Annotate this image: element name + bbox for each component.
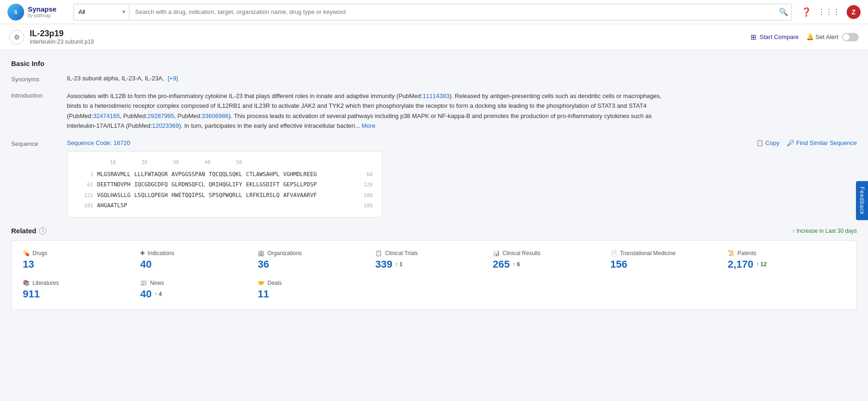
related-item-organizations[interactable]: 🏢 Organizations 36 bbox=[258, 250, 375, 270]
synonyms-more[interactable]: [+9] bbox=[168, 75, 178, 82]
related-cr-header: 📊 Clinical Results bbox=[493, 250, 610, 256]
indications-label: Indications bbox=[148, 250, 174, 256]
sequence-label: Sequence bbox=[11, 139, 67, 218]
logo-text: Synapse by pathnap bbox=[28, 6, 57, 19]
search-icon-button[interactable]: 🔍 bbox=[779, 7, 788, 16]
alert-label: Set Alert bbox=[816, 33, 838, 40]
cr-up: ↑ 6 bbox=[512, 261, 520, 268]
patents-count: 2,170 ↑ 12 bbox=[728, 258, 845, 270]
cr-count: 265 ↑ 6 bbox=[493, 258, 610, 270]
related-item-deals[interactable]: 🤝 Deals 11 bbox=[258, 280, 375, 300]
related-title-area: Related i bbox=[11, 227, 46, 235]
tm-label: Translational Medicine bbox=[620, 250, 676, 256]
compare-button[interactable]: ⊞ Start Compare bbox=[751, 33, 799, 41]
related-row-1: 💊 Drugs 13 ✚ Indications 40 🏢 Organi bbox=[23, 250, 845, 270]
sub-header-left: ⚙ IL-23p19 Interleukin-23 subunit p19 bbox=[9, 29, 94, 45]
synonyms-label: Synonyms bbox=[11, 75, 67, 83]
related-row-2: 📚 Literatures 911 📰 News 40 ↑ 4 bbox=[23, 280, 845, 300]
increase-text: Increase in Last 30 days bbox=[797, 228, 857, 234]
lit-label: Literatures bbox=[32, 280, 59, 286]
pubmed-link-5[interactable]: 12023369 bbox=[152, 122, 179, 129]
copy-icon: 📋 bbox=[756, 139, 764, 146]
related-item-clinical-results[interactable]: 📊 Clinical Results 265 ↑ 6 bbox=[493, 250, 610, 270]
search-type-wrapper: All Drugs Targets Indications Organizati… bbox=[73, 4, 129, 20]
related-deals-header: 🤝 Deals bbox=[258, 280, 375, 286]
bell-icon: 🔔 bbox=[806, 33, 814, 40]
seq-end-1: 60 bbox=[356, 170, 373, 179]
seq-data-1: MLGSRAVMLL LLLFWTAQGR AVPGGSSPAN TQCQQLS… bbox=[97, 169, 352, 179]
intro-text-6: ). In turn, participates in the early an… bbox=[179, 122, 360, 129]
news-up: ↑ 4 bbox=[155, 291, 162, 297]
more-link[interactable]: More bbox=[362, 122, 376, 129]
pubmed-link-2[interactable]: 32474165 bbox=[93, 112, 120, 119]
logo-icon: S bbox=[7, 4, 24, 20]
related-patents-header: 📜 Patents bbox=[728, 250, 845, 256]
copy-button[interactable]: 📋 Copy bbox=[756, 139, 779, 146]
info-circle[interactable]: i bbox=[39, 227, 46, 235]
lit-count: 911 bbox=[23, 288, 140, 300]
related-item-translational[interactable]: 📄 Translational Medicine 156 bbox=[610, 250, 728, 270]
search-type-select[interactable]: All Drugs Targets Indications Organizati… bbox=[73, 4, 129, 20]
introduction-value: Associates with IL12B to form the pro-in… bbox=[67, 91, 670, 131]
feedback-button[interactable]: Feedback bbox=[856, 181, 868, 220]
related-item-literatures[interactable]: 📚 Literatures 911 bbox=[23, 280, 140, 300]
news-icon: 📰 bbox=[140, 280, 147, 286]
sequence-code-link[interactable]: Sequence Code: 16720 bbox=[67, 139, 130, 146]
seq-end-3: 180 bbox=[356, 191, 373, 200]
ct-up: ↑ 1 bbox=[395, 261, 402, 268]
related-card: 💊 Drugs 13 ✚ Indications 40 🏢 Organi bbox=[11, 240, 857, 310]
grid-icon-button[interactable]: ⋮⋮⋮ bbox=[818, 7, 840, 16]
related-item-clinical-trials[interactable]: 📋 Clinical Trials 339 ↑ 1 bbox=[375, 250, 492, 270]
search-container: All Drugs Targets Indications Organizati… bbox=[73, 4, 792, 20]
related-item-indications[interactable]: ✚ Indications 40 bbox=[140, 250, 258, 270]
user-avatar[interactable]: Z bbox=[847, 5, 861, 19]
set-alert-button[interactable]: 🔔 Set Alert bbox=[806, 33, 838, 40]
alert-toggle[interactable] bbox=[842, 33, 859, 41]
drugs-count: 13 bbox=[23, 258, 140, 270]
related-item-news[interactable]: 📰 News 40 ↑ 4 bbox=[140, 280, 258, 300]
synonyms-text: IL-23 subunit alpha, IL-23-A, IL-23A, bbox=[67, 75, 164, 82]
related-item-drugs[interactable]: 💊 Drugs 13 bbox=[23, 250, 140, 270]
related-section: Related i ↑ Increase in Last 30 days 💊 D… bbox=[11, 227, 857, 310]
deals-icon: 🤝 bbox=[258, 280, 265, 286]
help-icon-button[interactable]: ❓ bbox=[801, 7, 811, 17]
find-similar-label: Find Similar Sequence bbox=[796, 139, 857, 146]
cr-icon: 📊 bbox=[493, 250, 500, 256]
related-lit-header: 📚 Literatures bbox=[23, 280, 140, 286]
sequence-content: Sequence Code: 16720 📋 Copy 🔎 Find Simil… bbox=[67, 139, 857, 218]
related-item-patents[interactable]: 📜 Patents 2,170 ↑ 12 bbox=[728, 250, 845, 270]
header-actions: ❓ ⋮⋮⋮ Z bbox=[801, 5, 861, 19]
find-similar-icon: 🔎 bbox=[787, 139, 794, 146]
basic-info-section: Basic Info Synonyms IL-23 subunit alpha,… bbox=[11, 59, 857, 217]
related-drugs-header: 💊 Drugs bbox=[23, 250, 140, 256]
settings-icon[interactable]: ⚙ bbox=[9, 30, 24, 45]
logo-synapse: Synapse bbox=[28, 6, 57, 13]
pubmed-link-1[interactable]: 11114383 bbox=[422, 92, 449, 99]
seq-line-2: 61 DEETTNDVPH IQCGDGCDFQ GLRDNSQFCL QRIH… bbox=[77, 179, 373, 190]
sequence-header: Sequence Code: 16720 📋 Copy 🔎 Find Simil… bbox=[67, 139, 857, 146]
seq-data-3: VGQLHASLLG LSQLLQPEGH HWETQQIPSL SPSQPWQ… bbox=[97, 190, 352, 200]
increase-arrow-icon: ↑ bbox=[792, 228, 795, 234]
related-indications-header: ✚ Indications bbox=[140, 250, 258, 256]
tm-count: 156 bbox=[610, 258, 728, 270]
pubmed-link-3[interactable]: 29287995 bbox=[147, 112, 174, 119]
sequence-row: Sequence Sequence Code: 16720 📋 Copy 🔎 F… bbox=[11, 139, 857, 218]
indications-count: 40 bbox=[140, 258, 258, 270]
organizations-count: 36 bbox=[258, 258, 375, 270]
deals-count: 11 bbox=[258, 288, 375, 300]
seq-start-4: 181 bbox=[77, 201, 93, 210]
find-similar-button[interactable]: 🔎 Find Similar Sequence bbox=[787, 139, 857, 146]
seq-line-1: 1 MLGSRAVMLL LLLFWTAQGR AVPGGSSPAN TQCQQ… bbox=[77, 169, 373, 179]
search-input[interactable] bbox=[129, 4, 792, 20]
cr-label: Clinical Results bbox=[503, 250, 541, 256]
target-info: IL-23p19 Interleukin-23 subunit p19 bbox=[30, 29, 94, 45]
section-title: Basic Info bbox=[11, 59, 857, 67]
compare-label: Start Compare bbox=[759, 33, 799, 40]
drugs-label: Drugs bbox=[32, 250, 47, 256]
organizations-label: Organizations bbox=[267, 250, 302, 256]
copy-label: Copy bbox=[765, 139, 779, 146]
news-count: 40 ↑ 4 bbox=[140, 288, 258, 300]
seq-data-4: AHGAATLSP bbox=[97, 200, 352, 210]
seq-start-3: 121 bbox=[77, 191, 93, 200]
pubmed-link-4[interactable]: 33606986 bbox=[202, 112, 229, 119]
